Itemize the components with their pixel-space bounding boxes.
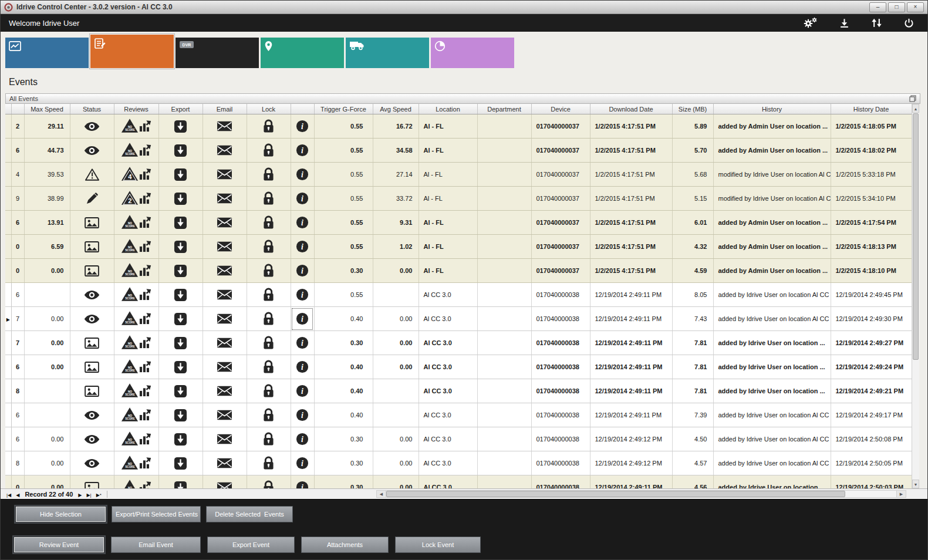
table-row[interactable]: 60.00NOSCOREi0.400.00Al CC 3.00170400000…	[5, 355, 912, 379]
department-cell[interactable]	[477, 259, 531, 283]
table-row[interactable]: 00.00NOSCOREi0.300.00Al CC 3.00170400000…	[5, 475, 912, 489]
department-cell[interactable]	[477, 451, 531, 475]
avg-speed-cell[interactable]	[373, 403, 419, 427]
reviews-cell[interactable]: NOSCORE	[114, 451, 158, 475]
reviews-cell[interactable]: NOSCORE	[114, 283, 158, 307]
email-icon[interactable]	[217, 170, 232, 177]
info-cell[interactable]: i	[291, 403, 314, 427]
export-cell[interactable]	[158, 379, 203, 403]
export-print-selected-events-button[interactable]: Export/Print Selected Events	[112, 506, 201, 522]
reviews-cell[interactable]: NOSCORE	[114, 307, 158, 331]
location-cell[interactable]: Al CC 3.0	[419, 307, 477, 331]
department-cell[interactable]	[477, 163, 531, 187]
status-cell[interactable]	[70, 427, 114, 451]
info-icon[interactable]: i	[296, 411, 309, 418]
history-date-cell[interactable]: 12/19/2014 2:50:05 PM	[831, 451, 912, 475]
history-cell[interactable]: modified by Idrive User on location Al C…	[713, 163, 831, 187]
table-row[interactable]: 8NOSCOREi0.40Al CC 3.001704000003812/19/…	[5, 379, 912, 403]
size-cell[interactable]: 4.56	[672, 475, 713, 489]
size-cell[interactable]: 4.32	[672, 235, 713, 259]
device-cell[interactable]: 017040000037	[531, 187, 590, 211]
department-cell[interactable]	[477, 307, 531, 331]
history-cell[interactable]: added by Idrive User on location ...	[713, 475, 831, 489]
info-icon[interactable]: i	[296, 194, 309, 201]
avg-speed-cell[interactable]: 0.00	[373, 451, 419, 475]
review-trend-icon[interactable]	[139, 174, 152, 181]
history-date-cell[interactable]: 12/19/2014 2:49:24 PM	[831, 355, 912, 379]
avg-speed-cell[interactable]: 16.72	[373, 114, 419, 139]
review-score-badge[interactable]: NOSCORE	[121, 344, 139, 351]
size-cell[interactable]: 4.50	[672, 427, 713, 451]
max-speed-cell[interactable]: 0.00	[24, 427, 70, 451]
email-icon[interactable]	[217, 122, 232, 129]
history-cell[interactable]: added by Idrive User on location Al CC .…	[713, 403, 831, 427]
tab-reports[interactable]	[431, 38, 514, 68]
table-row[interactable]: 613.91NOSCOREi0.559.31Al - FL01704000003…	[5, 211, 912, 235]
status-cell[interactable]	[70, 283, 114, 307]
download-date-cell[interactable]: 1/2/2015 4:17:51 PM	[590, 163, 672, 187]
max-speed-cell[interactable]: 0.00	[24, 259, 70, 283]
event-id-cell[interactable]: 4	[11, 163, 24, 187]
max-speed-cell[interactable]: 6.59	[24, 235, 70, 259]
size-cell[interactable]: 4.57	[672, 451, 713, 475]
avg-speed-cell[interactable]: 0.00	[373, 259, 419, 283]
settings-button[interactable]	[802, 16, 822, 29]
history-date-cell[interactable]: 12/19/2014 2:49:30 PM	[831, 307, 912, 331]
trigger-g-force-cell[interactable]: 0.55	[314, 283, 373, 307]
table-row[interactable]: 229.11NOSCOREi0.5516.72Al - FL0170400000…	[5, 114, 912, 139]
email-cell[interactable]	[203, 379, 247, 403]
history-cell[interactable]: added by Idrive User on location Al CC .…	[713, 307, 831, 331]
col-header-export[interactable]: Export	[158, 104, 203, 114]
export-icon[interactable]	[174, 146, 187, 153]
location-cell[interactable]: Al CC 3.0	[419, 379, 477, 403]
export-icon[interactable]	[174, 170, 187, 177]
email-icon[interactable]	[217, 266, 232, 274]
logout-button[interactable]	[904, 18, 918, 28]
avg-speed-cell[interactable]: 1.02	[373, 235, 419, 259]
image-icon[interactable]	[85, 339, 99, 346]
size-cell[interactable]: 7.81	[672, 379, 713, 403]
review-score-badge[interactable]: NOSCORE	[121, 368, 139, 375]
row-selector[interactable]	[5, 235, 11, 259]
history-cell[interactable]: added by Idrive User on location Al CC .…	[713, 283, 831, 307]
history-cell[interactable]: added by Idrive User on location Al CC .…	[713, 427, 831, 451]
info-icon[interactable]: i	[296, 242, 309, 249]
event-id-cell[interactable]: 6	[11, 427, 24, 451]
reviews-cell[interactable]: NOSCORE	[114, 355, 158, 379]
info-icon[interactable]: i	[296, 315, 309, 322]
review-trend-icon[interactable]	[139, 198, 152, 205]
row-selector[interactable]	[5, 259, 11, 283]
table-row[interactable]: 6NOSCOREi0.55Al CC 3.001704000003812/19/…	[5, 283, 912, 307]
email-cell[interactable]	[203, 451, 247, 475]
review-score-badge[interactable]: NOSCORE	[121, 127, 139, 134]
device-cell[interactable]: 017040000038	[531, 283, 590, 307]
device-cell[interactable]: 017040000038	[531, 403, 590, 427]
import-button[interactable]	[839, 18, 853, 28]
export-cell[interactable]	[158, 163, 203, 187]
device-cell[interactable]: 017040000038	[531, 307, 590, 331]
lock-cell[interactable]	[247, 139, 291, 163]
status-cell[interactable]	[70, 355, 114, 379]
status-cell[interactable]	[70, 451, 114, 475]
export-icon[interactable]	[174, 218, 187, 225]
info-icon[interactable]: i	[296, 291, 309, 298]
email-cell[interactable]	[203, 259, 247, 283]
download-date-cell[interactable]: 12/19/2014 2:49:11 PM	[590, 331, 672, 355]
size-cell[interactable]: 4.59	[672, 259, 713, 283]
event-id-cell[interactable]: 0	[11, 235, 24, 259]
row-selector[interactable]	[5, 139, 11, 163]
lock-icon[interactable]	[263, 483, 274, 488]
department-cell[interactable]	[477, 114, 531, 139]
lock-cell[interactable]	[247, 163, 291, 187]
info-cell[interactable]: i	[291, 379, 314, 403]
image-icon[interactable]	[85, 387, 99, 394]
reviews-cell[interactable]: NOSCORE	[114, 235, 158, 259]
max-speed-cell[interactable]: 38.99	[24, 187, 70, 211]
horizontal-scrollbar-thumb[interactable]	[386, 491, 845, 497]
device-cell[interactable]: 017040000038	[531, 331, 590, 355]
export-icon[interactable]	[174, 194, 187, 201]
email-cell[interactable]	[203, 307, 247, 331]
review-trend-icon[interactable]	[139, 343, 152, 350]
export-icon[interactable]	[174, 242, 187, 249]
event-id-cell[interactable]: 2	[11, 114, 24, 139]
